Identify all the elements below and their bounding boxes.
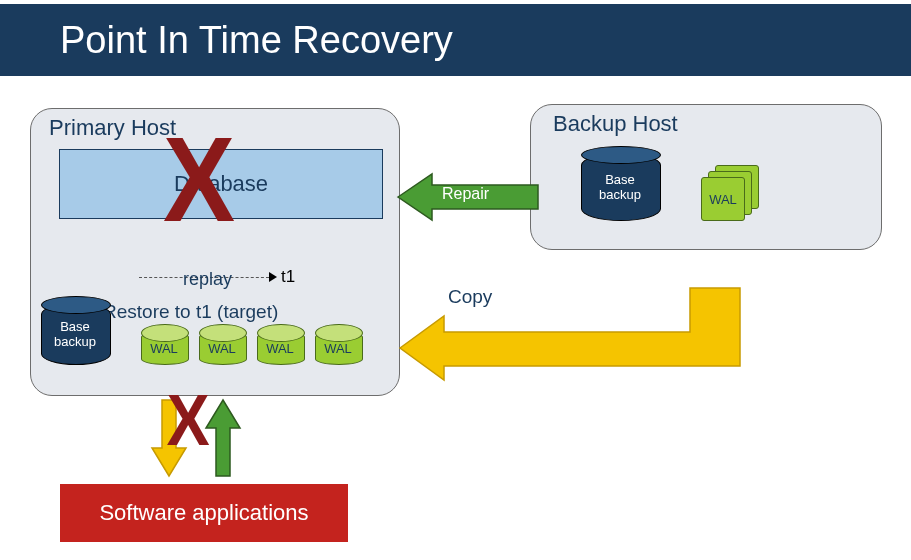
database-label: Database <box>174 171 268 197</box>
down-arrow-icon <box>152 400 186 478</box>
primary-host-title: Primary Host <box>49 115 176 141</box>
svg-marker-3 <box>206 400 240 476</box>
wal-label: WAL <box>141 341 187 356</box>
wal-cylinder: WAL <box>315 331 361 363</box>
primary-host-panel: Primary Host Database replay t1 Restore … <box>30 108 400 396</box>
backup-host-panel: Backup Host Base backup WAL <box>530 104 882 250</box>
copy-arrow-icon <box>400 258 740 378</box>
wal-cylinder: WAL <box>141 331 187 363</box>
slide-title: Point In Time Recovery <box>60 19 453 62</box>
svg-marker-2 <box>152 400 186 476</box>
up-arrow-icon <box>206 400 240 478</box>
t1-label: t1 <box>281 267 295 287</box>
wal-cylinder: WAL <box>199 331 245 363</box>
wal-label: WAL <box>315 341 361 356</box>
t1-arrowhead-icon <box>269 272 277 282</box>
replay-label: replay <box>183 269 232 290</box>
primary-base-backup-cylinder: Base backup <box>41 303 109 363</box>
wal-label: WAL <box>257 341 303 356</box>
restore-label: Restore to t1 (target) <box>103 301 278 323</box>
database-box: Database <box>59 149 383 219</box>
primary-base-backup-label: Base backup <box>41 320 109 350</box>
software-applications-box: Software applications <box>60 484 348 542</box>
backup-host-title: Backup Host <box>553 111 678 137</box>
backup-base-backup-cylinder: Base backup <box>581 153 659 219</box>
slide-title-bar: Point In Time Recovery <box>0 4 911 76</box>
copy-arrow-label: Copy <box>448 286 492 308</box>
diagram-stage: Point In Time Recovery Primary Host Data… <box>0 0 911 560</box>
repair-arrow-label: Repair <box>442 185 489 203</box>
backup-base-backup-label: Base backup <box>581 173 659 203</box>
wal-stack-label: WAL <box>701 177 745 221</box>
wal-label: WAL <box>199 341 245 356</box>
software-applications-label: Software applications <box>99 500 308 526</box>
wal-cylinder: WAL <box>257 331 303 363</box>
